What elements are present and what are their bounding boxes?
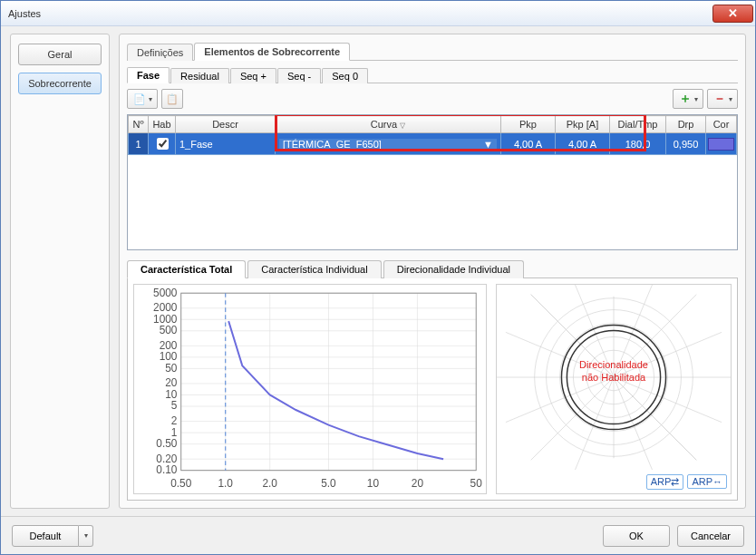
table-header-row: Nº Hab Descr Curva ▽ Pkp Pkp [A] Dial/Tm…: [129, 116, 737, 133]
cell-drp[interactable]: 0,950: [666, 133, 706, 155]
svg-text:50: 50: [470, 477, 482, 490]
svg-text:20: 20: [412, 477, 423, 490]
nav-panel: Geral Sobrecorrente: [10, 34, 110, 509]
col-dialtmp[interactable]: Dial/Tmp: [610, 116, 666, 133]
grid-toolbar: 📄 📋 ＋ －: [127, 89, 738, 109]
svg-text:100: 100: [160, 350, 178, 363]
svg-text:5000: 5000: [153, 286, 178, 298]
polar-chart: Direcionalidade não Habilitada ARP⇄ ARP↔: [496, 284, 732, 494]
elements-table[interactable]: Nº Hab Descr Curva ▽ Pkp Pkp [A] Dial/Tm…: [127, 114, 738, 250]
chartab-direc[interactable]: Direcionalidade Individual: [383, 260, 524, 278]
cell-no: 1: [129, 133, 149, 155]
arp-out-button[interactable]: ARP↔: [687, 474, 727, 489]
chevron-down-icon: ▼: [483, 139, 493, 150]
plus-icon: ＋: [679, 91, 692, 107]
cell-cor[interactable]: [706, 133, 737, 155]
add-row-button[interactable]: ＋: [673, 89, 703, 109]
svg-text:500: 500: [160, 324, 178, 336]
svg-text:2: 2: [171, 414, 178, 427]
chartab-total[interactable]: Característica Total: [127, 260, 246, 278]
cell-curva[interactable]: [TÉRMICA_GE_F650]▼: [276, 133, 501, 155]
svg-text:5.0: 5.0: [321, 477, 336, 490]
svg-text:2.0: 2.0: [262, 477, 277, 490]
cancel-button[interactable]: Cancelar: [677, 525, 744, 547]
paste-button[interactable]: 📋: [161, 89, 183, 109]
cell-descr[interactable]: 1_Fase: [176, 133, 276, 155]
arrows-out-icon: ↔: [712, 476, 722, 487]
characteristic-panel: Característica Total Característica Indi…: [127, 259, 738, 501]
col-cor[interactable]: Cor: [706, 116, 737, 133]
col-pkp[interactable]: Pkp: [501, 116, 556, 133]
copy-dropdown-button[interactable]: 📄: [127, 89, 158, 109]
tab-definicoes[interactable]: Definições: [127, 44, 193, 61]
window-title: Ajustes: [8, 8, 712, 19]
svg-text:1: 1: [171, 425, 178, 438]
nav-sobrecorrente[interactable]: Sobrecorrente: [18, 73, 102, 94]
sub-tabs: Fase Residual Seq + Seq - Seq 0: [127, 66, 738, 83]
nav-geral[interactable]: Geral: [18, 44, 102, 65]
svg-text:0.50: 0.50: [170, 477, 191, 490]
col-no[interactable]: Nº: [129, 116, 149, 133]
svg-text:10: 10: [367, 477, 379, 490]
content-panel: Definições Elementos de Sobrecorrente Fa…: [119, 34, 746, 509]
settings-window: Ajustes ✕ Geral Sobrecorrente Definições…: [0, 0, 756, 555]
hab-checkbox[interactable]: [157, 138, 169, 150]
col-drp[interactable]: Drp: [666, 116, 706, 133]
col-descr[interactable]: Descr: [176, 116, 276, 133]
color-swatch: [708, 138, 734, 151]
svg-text:5: 5: [171, 399, 178, 412]
svg-text:1000: 1000: [153, 312, 178, 325]
close-button[interactable]: ✕: [712, 5, 753, 23]
cell-pkpa[interactable]: 4,00 A: [556, 133, 610, 155]
curve-chart[interactable]: 0.501.02.05.01020500.100.200.50125102050…: [133, 284, 487, 494]
svg-text:1.0: 1.0: [218, 477, 233, 490]
table-row[interactable]: 1 1_Fase [TÉRMICA_GE_F650]▼ 4,00 A 4,00 …: [129, 133, 737, 155]
cell-pkp[interactable]: 4,00 A: [501, 133, 556, 155]
arrows-in-icon: ⇄: [671, 476, 679, 488]
remove-row-button[interactable]: －: [707, 89, 738, 109]
svg-text:200: 200: [160, 338, 178, 351]
chevron-down-icon: ▽: [400, 122, 405, 130]
subtab-residual[interactable]: Residual: [170, 68, 229, 83]
subtab-fase[interactable]: Fase: [127, 67, 170, 83]
chartab-individual[interactable]: Característica Individual: [247, 260, 381, 278]
svg-text:2000: 2000: [153, 301, 178, 314]
svg-text:0.10: 0.10: [156, 463, 177, 476]
col-curva[interactable]: Curva ▽: [276, 116, 501, 133]
col-pkpa[interactable]: Pkp [A]: [556, 116, 610, 133]
svg-text:10: 10: [165, 388, 177, 401]
svg-text:50: 50: [165, 362, 177, 375]
subtab-seqp[interactable]: Seq +: [230, 68, 276, 83]
default-dropdown[interactable]: ▾: [79, 525, 93, 547]
ok-button[interactable]: OK: [603, 525, 670, 547]
svg-text:20: 20: [165, 376, 177, 389]
default-split-button[interactable]: Default ▾: [12, 525, 93, 547]
paste-icon: 📋: [166, 93, 179, 105]
subtab-seqn[interactable]: Seq -: [277, 68, 321, 83]
cell-hab[interactable]: [149, 133, 176, 155]
copy-icon: 📄: [133, 93, 146, 105]
default-button[interactable]: Default: [12, 525, 79, 547]
cell-dialtmp[interactable]: 180,0: [610, 133, 666, 155]
dialog-footer: Default ▾ OK Cancelar: [1, 516, 755, 554]
tab-elementos[interactable]: Elementos de Sobrecorrente: [194, 43, 350, 61]
svg-text:0.50: 0.50: [156, 437, 177, 450]
col-hab[interactable]: Hab: [149, 116, 176, 133]
arp-in-button[interactable]: ARP⇄: [646, 474, 684, 490]
main-tabs: Definições Elementos de Sobrecorrente: [127, 42, 738, 61]
svg-text:0.20: 0.20: [156, 452, 177, 464]
minus-icon: －: [713, 91, 726, 107]
titlebar: Ajustes ✕: [1, 1, 755, 26]
subtab-seq0[interactable]: Seq 0: [322, 68, 368, 83]
